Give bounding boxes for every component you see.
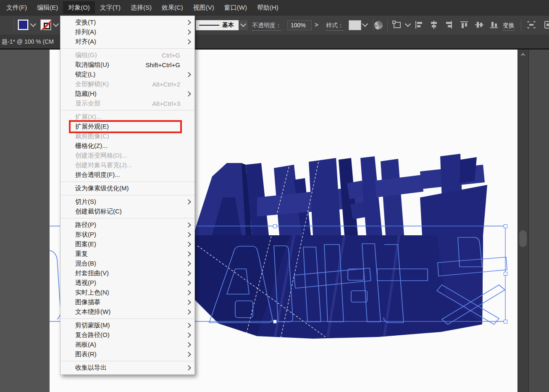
menu-item-label: 画板(A) [75,341,96,349]
stroke-style-field[interactable]: 基本 [196,20,239,30]
menu-item[interactable]: 图案(E) [60,239,194,249]
scroll-up-arrow-icon[interactable] [520,52,525,57]
menu-item-label: 图案(E) [75,240,96,248]
submenu-arrow-icon [184,333,190,337]
collapse-arrows-icon[interactable] [526,20,536,30]
artboard-icon[interactable] [392,20,402,30]
opacity-label[interactable]: 不透明度： [252,22,281,31]
menubar-item[interactable]: 文件(F) [1,1,32,14]
clipped-icon[interactable] [544,20,549,30]
fill-dropdown-chevron-icon[interactable] [30,21,36,27]
menubar-item[interactable]: 对象(O) [63,1,95,14]
menubar-item[interactable]: 窗口(W) [219,1,252,14]
menu-item[interactable]: 变换(T) [60,18,194,27]
chevron-down-icon [240,21,246,27]
selection-handle[interactable] [273,225,277,228]
menu-item: 扩展(X)... [60,112,194,122]
submenu-arrow-icon [184,242,190,246]
menu-item[interactable]: 锁定(L) [60,70,194,79]
submenu-arrow-icon [184,300,190,304]
stroke-style-dropdown-button[interactable] [239,20,248,30]
menu-item[interactable]: 复合路径(O) [60,330,194,340]
menubar-item[interactable]: 效果(C) [157,1,188,14]
menu-item-label: 隐藏(H) [75,90,97,98]
style-dropdown-chevron-icon[interactable] [362,21,368,27]
menu-item[interactable]: 剪切蒙版(M) [60,321,194,330]
menu-item[interactable]: 收集以导出 [60,363,194,373]
menu-separator [61,195,194,195]
selection-handle[interactable] [504,272,507,276]
menu-item[interactable]: 取消编组(U)Shift+Ctrl+G [60,60,194,70]
menu-item[interactable]: 排列(A) [60,27,194,37]
menu-item-label: 栅格化(Z)... [75,142,108,150]
opacity-input[interactable]: 100% [287,20,312,30]
align-bottom-icon[interactable] [489,20,499,30]
menubar: 文件(F)编辑(E)对象(O)文字(T)选择(S)效果(C)视图(V)窗口(W)… [0,0,549,15]
submenu-arrow-icon [184,223,190,227]
submenu-arrow-icon [184,252,190,256]
submenu-arrow-icon [184,30,190,34]
transform-label[interactable]: 变换 [503,22,515,31]
menu-item: 编组(G)Ctrl+G [60,50,194,60]
align-center-horizontal-icon[interactable] [429,20,439,30]
toolbar-separator [521,19,521,31]
align-top-icon[interactable] [460,20,470,30]
menubar-item[interactable]: 选择(S) [126,1,157,14]
menu-item[interactable]: 创建裁切标记(C) [60,207,194,216]
stroke-preview-line-icon [199,25,219,26]
menu-item: 创建对象马赛克(J)... [60,160,194,170]
menu-item-label: 拼合透明度(F)... [75,171,120,179]
align-right-icon[interactable] [444,20,454,30]
style-label[interactable]: 样式： [326,22,344,31]
menu-shortcut: Shift+Ctrl+G [145,61,180,68]
menu-item[interactable]: 重复 [60,249,194,259]
menu-item[interactable]: 拼合透明度(F)... [60,170,194,180]
menu-item[interactable]: 形状(P) [60,230,194,239]
submenu-arrow-icon [184,343,190,347]
menu-item[interactable]: 实时上色(N) [60,288,194,297]
stroke-color-swatch[interactable] [40,19,51,30]
menu-separator [61,48,194,49]
menu-item[interactable]: 对齐(A) [60,37,194,47]
menu-item[interactable]: 扩展外观(E) [60,122,194,132]
align-center-vertical-icon[interactable] [475,20,485,30]
fill-color-swatch[interactable] [18,19,29,30]
submenu-arrow-icon [184,262,190,266]
menu-item[interactable]: 路径(P) [60,220,194,230]
style-swatch[interactable] [349,20,361,30]
vertical-scrollbar[interactable] [517,50,528,392]
submenu-arrow-icon [184,21,190,24]
menu-item[interactable]: 图像描摹 [60,297,194,307]
menu-item[interactable]: 封套扭曲(V) [60,268,194,278]
stroke-dropdown-chevron-icon[interactable] [53,21,59,27]
menu-item-label: 切片(S) [75,198,96,206]
menu-separator [61,182,194,182]
menubar-item[interactable]: 视图(V) [188,1,219,14]
menu-item[interactable]: 混合(B) [60,259,194,268]
menu-item[interactable]: 透视(P) [60,278,194,288]
globe-icon[interactable] [373,20,384,30]
artboard-dropdown-chevron-icon[interactable] [405,21,411,27]
selection-handle[interactable] [273,320,277,324]
menu-item[interactable]: 设为像素级优化(M) [60,184,194,193]
menubar-item[interactable]: 帮助(H) [252,1,284,14]
document-tab[interactable]: 题-1* @ 100 % (CM [2,38,54,46]
menu-item[interactable]: 栅格化(Z)... [60,141,194,151]
menu-item-label: 创建裁切标记(C) [75,208,122,216]
align-left-icon[interactable] [414,20,424,30]
menu-item[interactable]: 切片(S) [60,197,194,207]
submenu-arrow-icon [184,40,190,44]
menubar-item[interactable]: 编辑(E) [32,1,63,14]
menubar-item[interactable]: 文字(T) [95,1,126,14]
selection-handle[interactable] [504,225,507,228]
scrollbar-thumb[interactable] [519,230,527,247]
submenu-arrow-icon [184,291,190,295]
menu-item[interactable]: 隐藏(H) [60,89,194,99]
right-dock: 注释 [528,34,549,392]
menu-item[interactable]: 画板(A) [60,340,194,350]
menu-item[interactable]: 文本绕排(W) [60,307,194,317]
opacity-expand-button[interactable]: > [315,21,318,28]
menu-item[interactable]: 图表(R) [60,350,194,359]
toolbar-separator [14,19,14,31]
selection-handle[interactable] [504,320,507,324]
